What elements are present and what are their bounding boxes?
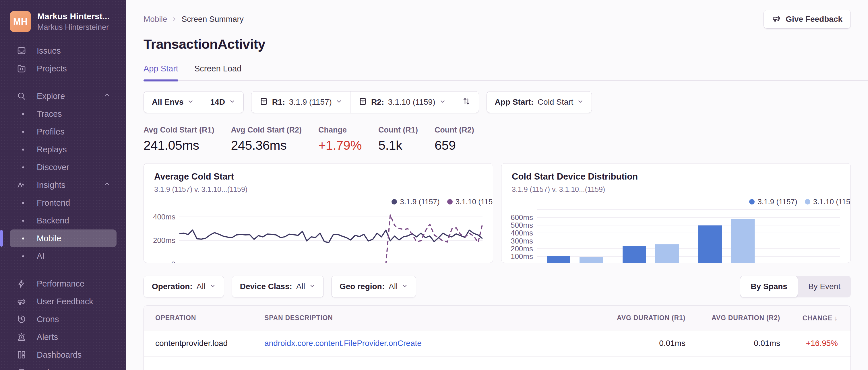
column-header-avg-duration-r1-[interactable]: AVG DURATION (R1) [591, 314, 685, 322]
line-series [179, 210, 483, 263]
sidebar-item-insights[interactable]: Insights [10, 176, 117, 194]
sidebar-item-crons[interactable]: Crons [10, 310, 117, 328]
table-row-partial [144, 356, 850, 370]
chevron-down-icon [309, 282, 315, 291]
toggle-by-event[interactable]: By Event [798, 276, 851, 297]
operation-cell: contentprovider.load [144, 339, 253, 348]
legend-dot [805, 199, 810, 204]
operation-filter[interactable]: Operation:All [144, 276, 224, 297]
legend-dot [392, 199, 397, 204]
chart-subtitle: 3.1.9 (1157) v. 3.1.10...(1159) [154, 185, 483, 194]
toggle-by-spans[interactable]: By Spans [740, 276, 798, 297]
releases-icon [17, 368, 29, 370]
search-icon [17, 91, 29, 101]
active-indicator [0, 230, 3, 247]
sidebar-item-profiles[interactable]: Profiles [10, 123, 117, 140]
app-start-type-filter[interactable]: App Start:Cold Start [487, 92, 592, 113]
spans-table: OPERATIONSPAN DESCRIPTIONAVG DURATION (R… [144, 305, 851, 370]
sidebar-item-replays[interactable]: Replays [10, 140, 117, 158]
sidebar-item-mobile[interactable]: Mobile [10, 230, 117, 247]
sidebar-item-user-feedback[interactable]: User Feedback [10, 293, 117, 310]
column-header-operation[interactable]: OPERATION [144, 314, 253, 322]
legend-item[interactable]: 3.1.10 (1159 [805, 197, 851, 206]
insights-icon [17, 180, 29, 190]
sidebar-item-backend[interactable]: Backend [10, 212, 117, 230]
bar-medium-r1[interactable] [623, 246, 646, 263]
release-1-filter[interactable]: R1:3.1.9 (1157) [251, 92, 350, 113]
sidebar-item-performance[interactable]: Performance [10, 275, 117, 293]
sidebar-item-ai[interactable]: AI [10, 247, 117, 265]
y-axis-labels: 400ms200ms0 [154, 210, 179, 263]
performance-icon [17, 279, 29, 289]
span-description-link[interactable]: androidx.core.content.FileProvider.onCre… [265, 339, 422, 348]
chevron-down-icon [336, 98, 342, 107]
alerts-icon [17, 332, 29, 342]
column-header-avg-duration-r2-[interactable]: AVG DURATION (R2) [685, 314, 780, 322]
sidebar-item-releases[interactable]: Releases [10, 364, 117, 370]
swap-releases-button[interactable] [454, 92, 479, 113]
bullet-icon [17, 220, 29, 222]
chart-legend: 3.1.9 (1157) 3.1.10 (1159 [749, 197, 851, 206]
column-header-span-description[interactable]: SPAN DESCRIPTION [253, 314, 591, 322]
spans-event-toggle: By SpansBy Event [740, 276, 851, 297]
issues-icon [17, 46, 29, 56]
bar-low-r2[interactable] [731, 219, 755, 263]
bar-medium-r2[interactable] [655, 244, 679, 263]
sidebar-item-projects[interactable]: Projects [10, 60, 117, 77]
stat-change: Change +1.79% [318, 126, 362, 153]
breadcrumb: Mobile Screen Summary [144, 14, 244, 24]
chevron-up-icon [103, 92, 111, 101]
release-2-filter[interactable]: R2:3.1.10 (1159) [350, 92, 454, 113]
tab-screen-load[interactable]: Screen Load [194, 64, 241, 80]
legend-item[interactable]: 3.1.9 (1157) [749, 197, 797, 206]
legend-item[interactable]: 3.1.9 (1157) [392, 197, 439, 206]
bar-high-r2[interactable] [580, 257, 603, 263]
average-cold-start-chart-card: Average Cold Start 3.1.9 (1157) v. 3.1.1… [144, 163, 493, 263]
sidebar-item-traces[interactable]: Traces [10, 105, 117, 123]
chevron-down-icon [210, 282, 216, 291]
table-header-row: OPERATIONSPAN DESCRIPTIONAVG DURATION (R… [144, 306, 850, 330]
sidebar-item-explore[interactable]: Explore [10, 87, 117, 105]
plot-area [179, 210, 483, 263]
date-range-filter[interactable]: 14D [202, 92, 243, 113]
chevron-down-icon [402, 282, 408, 291]
user-menu[interactable]: MH Markus Hinterst... Markus Hinterstein… [0, 11, 126, 42]
crons-icon [17, 314, 29, 324]
bar-low-r1[interactable] [699, 226, 722, 263]
sidebar-item-discover[interactable]: Discover [10, 158, 117, 176]
sidebar-item-dashboards[interactable]: Dashboards [10, 346, 117, 364]
summary-stats: Avg Cold Start (R1) 241.05msAvg Cold Sta… [144, 126, 851, 153]
bullet-icon [17, 131, 29, 133]
geo-region-filter[interactable]: Geo region:All [332, 276, 416, 297]
chevron-down-icon [439, 98, 446, 107]
megaphone-icon [17, 297, 29, 306]
legend-item[interactable]: 3.1.10 (1159 [447, 197, 493, 206]
bar-high-r1[interactable] [547, 256, 570, 263]
sidebar-item-frontend[interactable]: Frontend [10, 194, 117, 212]
release-icon [259, 97, 268, 107]
sidebar: MH Markus Hinterst... Markus Hinterstein… [0, 0, 126, 370]
line-chart: 400ms200ms0Jan 2 11:00 PMJan 6 11:00 PMJ… [154, 210, 483, 263]
chart-subtitle: 3.1.9 (1157) v. 3.1.10...(1159) [512, 185, 840, 194]
bullet-icon [17, 166, 29, 168]
tab-app-start[interactable]: App Start [144, 64, 178, 80]
give-feedback-button[interactable]: Give Feedback [764, 10, 851, 29]
stat-count-r2-: Count (R2) 659 [435, 126, 474, 153]
sidebar-item-alerts[interactable]: Alerts [10, 328, 117, 346]
user-org: Markus Hintersteiner [37, 23, 110, 32]
bar-chart: 600ms500ms400ms300ms200ms100mshighmedium… [512, 210, 840, 263]
breadcrumb-screen-summary: Screen Summary [181, 14, 243, 24]
legend-dot [749, 199, 755, 204]
bullet-icon [17, 148, 29, 150]
breadcrumb-mobile[interactable]: Mobile [144, 14, 167, 24]
environment-filter[interactable]: All Envs [144, 92, 202, 113]
avg-duration-r1-cell: 0.01ms [591, 339, 685, 348]
plot-area [537, 210, 840, 263]
swap-arrows-icon [462, 97, 471, 107]
sidebar-item-issues[interactable]: Issues [10, 42, 117, 60]
avg-duration-r2-cell: 0.01ms [685, 339, 780, 348]
column-header-change[interactable]: CHANGE↓ [780, 314, 850, 322]
stat-avg-cold-start-r2-: Avg Cold Start (R2) 245.36ms [231, 126, 302, 153]
device-class-filter[interactable]: Device Class:All [232, 276, 323, 297]
bullet-icon [17, 237, 29, 239]
